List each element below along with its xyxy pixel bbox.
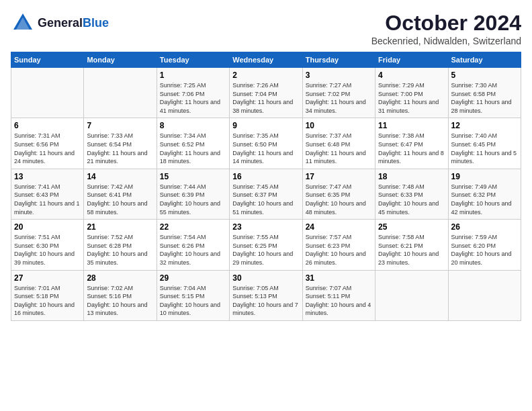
day-number: 7: [87, 121, 153, 130]
logo-text: General Blue: [38, 16, 109, 30]
day-number: 29: [160, 273, 226, 283]
calendar-day-cell: 19Sunrise: 7:49 AM Sunset: 6:32 PM Dayli…: [448, 169, 521, 219]
calendar-day-cell: [375, 270, 448, 320]
day-info: Sunrise: 7:59 AM Sunset: 6:20 PM Dayligh…: [451, 233, 518, 267]
day-number: 30: [232, 273, 299, 283]
day-info: Sunrise: 7:38 AM Sunset: 6:47 PM Dayligh…: [378, 132, 445, 165]
calendar-week-row: 20Sunrise: 7:51 AM Sunset: 6:30 PM Dayli…: [11, 220, 521, 270]
calendar-day-cell: 20Sunrise: 7:51 AM Sunset: 6:30 PM Dayli…: [11, 220, 84, 270]
day-info: Sunrise: 7:48 AM Sunset: 6:33 PM Dayligh…: [378, 183, 445, 216]
calendar-day-cell: 14Sunrise: 7:42 AM Sunset: 6:41 PM Dayli…: [84, 169, 157, 219]
calendar-day-cell: 28Sunrise: 7:02 AM Sunset: 5:16 PM Dayli…: [84, 270, 157, 320]
title-block: October 2024 Beckenried, Nidwalden, Swit…: [371, 11, 521, 46]
day-number: 10: [306, 121, 372, 130]
calendar-day-cell: 12Sunrise: 7:40 AM Sunset: 6:45 PM Dayli…: [448, 118, 521, 169]
calendar-day-cell: 11Sunrise: 7:38 AM Sunset: 6:47 PM Dayli…: [375, 118, 448, 169]
day-number: 21: [87, 222, 153, 232]
day-number: 18: [378, 172, 445, 181]
calendar-day-cell: 8Sunrise: 7:34 AM Sunset: 6:52 PM Daylig…: [157, 118, 229, 169]
day-info: Sunrise: 7:27 AM Sunset: 7:02 PM Dayligh…: [306, 81, 372, 115]
day-info: Sunrise: 7:31 AM Sunset: 6:56 PM Dayligh…: [14, 132, 81, 165]
day-info: Sunrise: 7:52 AM Sunset: 6:28 PM Dayligh…: [87, 233, 153, 267]
logo-icon: [11, 11, 35, 35]
calendar-day-cell: 16Sunrise: 7:45 AM Sunset: 6:37 PM Dayli…: [230, 169, 302, 219]
calendar-table: SundayMondayTuesdayWednesdayThursdayFrid…: [11, 52, 521, 321]
day-info: Sunrise: 7:33 AM Sunset: 6:54 PM Dayligh…: [87, 132, 153, 165]
day-info: Sunrise: 7:47 AM Sunset: 6:35 PM Dayligh…: [306, 183, 372, 216]
day-number: 9: [232, 121, 299, 130]
day-info: Sunrise: 7:42 AM Sunset: 6:41 PM Dayligh…: [87, 183, 153, 216]
day-number: 31: [306, 273, 372, 283]
day-info: Sunrise: 7:37 AM Sunset: 6:48 PM Dayligh…: [306, 132, 372, 165]
month-title: October 2024: [371, 11, 521, 36]
calendar-day-cell: 2Sunrise: 7:26 AM Sunset: 7:04 PM Daylig…: [230, 68, 302, 118]
day-number: 19: [451, 172, 518, 181]
calendar-day-cell: 18Sunrise: 7:48 AM Sunset: 6:33 PM Dayli…: [375, 169, 448, 219]
calendar-day-cell: 10Sunrise: 7:37 AM Sunset: 6:48 PM Dayli…: [302, 118, 375, 169]
day-number: 16: [232, 172, 299, 181]
weekday-header-cell: Friday: [375, 52, 448, 68]
calendar-day-cell: 4Sunrise: 7:29 AM Sunset: 7:00 PM Daylig…: [375, 68, 448, 118]
calendar-day-cell: 24Sunrise: 7:57 AM Sunset: 6:23 PM Dayli…: [302, 220, 375, 270]
calendar-day-cell: 23Sunrise: 7:55 AM Sunset: 6:25 PM Dayli…: [230, 220, 302, 270]
calendar-day-cell: 27Sunrise: 7:01 AM Sunset: 5:18 PM Dayli…: [11, 270, 84, 320]
day-number: 13: [14, 172, 81, 181]
day-info: Sunrise: 7:54 AM Sunset: 6:26 PM Dayligh…: [160, 233, 226, 267]
day-number: 28: [87, 273, 153, 283]
weekday-header-cell: Wednesday: [230, 52, 302, 68]
weekday-header-cell: Thursday: [302, 52, 375, 68]
day-info: Sunrise: 7:29 AM Sunset: 7:00 PM Dayligh…: [378, 81, 445, 115]
weekday-header-cell: Sunday: [11, 52, 84, 68]
day-info: Sunrise: 7:04 AM Sunset: 5:15 PM Dayligh…: [160, 284, 226, 318]
logo-general: General: [38, 16, 83, 30]
day-info: Sunrise: 7:40 AM Sunset: 6:45 PM Dayligh…: [451, 132, 518, 165]
day-info: Sunrise: 7:26 AM Sunset: 7:04 PM Dayligh…: [232, 81, 299, 115]
day-number: 27: [14, 273, 81, 283]
calendar-day-cell: 17Sunrise: 7:47 AM Sunset: 6:35 PM Dayli…: [302, 169, 375, 219]
day-info: Sunrise: 7:30 AM Sunset: 6:58 PM Dayligh…: [451, 81, 518, 115]
weekday-header-cell: Saturday: [448, 52, 521, 68]
day-info: Sunrise: 7:25 AM Sunset: 7:06 PM Dayligh…: [160, 81, 226, 115]
day-info: Sunrise: 7:07 AM Sunset: 5:11 PM Dayligh…: [306, 284, 372, 318]
day-number: 22: [160, 222, 226, 232]
day-number: 11: [378, 121, 445, 130]
day-number: 3: [306, 71, 372, 80]
day-number: 14: [87, 172, 153, 181]
calendar-week-row: 27Sunrise: 7:01 AM Sunset: 5:18 PM Dayli…: [11, 270, 521, 320]
calendar-week-row: 6Sunrise: 7:31 AM Sunset: 6:56 PM Daylig…: [11, 118, 521, 169]
calendar-day-cell: 21Sunrise: 7:52 AM Sunset: 6:28 PM Dayli…: [84, 220, 157, 270]
day-number: 25: [378, 222, 445, 232]
calendar-day-cell: 15Sunrise: 7:44 AM Sunset: 6:39 PM Dayli…: [157, 169, 229, 219]
calendar-day-cell: [84, 68, 157, 118]
location-title: Beckenried, Nidwalden, Switzerland: [371, 36, 521, 46]
day-number: 6: [14, 121, 81, 130]
day-info: Sunrise: 7:51 AM Sunset: 6:30 PM Dayligh…: [14, 233, 81, 267]
day-number: 17: [306, 172, 372, 181]
calendar-day-cell: 3Sunrise: 7:27 AM Sunset: 7:02 PM Daylig…: [302, 68, 375, 118]
calendar-day-cell: 25Sunrise: 7:58 AM Sunset: 6:21 PM Dayli…: [375, 220, 448, 270]
day-info: Sunrise: 7:35 AM Sunset: 6:50 PM Dayligh…: [232, 132, 299, 165]
day-info: Sunrise: 7:05 AM Sunset: 5:13 PM Dayligh…: [232, 284, 299, 318]
day-number: 12: [451, 121, 518, 130]
day-number: 8: [160, 121, 226, 130]
day-info: Sunrise: 7:44 AM Sunset: 6:39 PM Dayligh…: [160, 183, 226, 216]
day-info: Sunrise: 7:01 AM Sunset: 5:18 PM Dayligh…: [14, 284, 81, 318]
calendar-body: 1Sunrise: 7:25 AM Sunset: 7:06 PM Daylig…: [11, 68, 521, 321]
day-number: 15: [160, 172, 226, 181]
calendar-day-cell: 31Sunrise: 7:07 AM Sunset: 5:11 PM Dayli…: [302, 270, 375, 320]
day-info: Sunrise: 7:55 AM Sunset: 6:25 PM Dayligh…: [232, 233, 299, 267]
day-info: Sunrise: 7:49 AM Sunset: 6:32 PM Dayligh…: [451, 183, 518, 216]
weekday-header-row: SundayMondayTuesdayWednesdayThursdayFrid…: [11, 52, 521, 68]
day-number: 23: [232, 222, 299, 232]
calendar-day-cell: [448, 270, 521, 320]
weekday-header-cell: Monday: [84, 52, 157, 68]
calendar-day-cell: 22Sunrise: 7:54 AM Sunset: 6:26 PM Dayli…: [157, 220, 229, 270]
weekday-header-cell: Tuesday: [157, 52, 229, 68]
calendar-day-cell: 30Sunrise: 7:05 AM Sunset: 5:13 PM Dayli…: [230, 270, 302, 320]
calendar-day-cell: [11, 68, 84, 118]
calendar-week-row: 1Sunrise: 7:25 AM Sunset: 7:06 PM Daylig…: [11, 68, 521, 118]
logo: General Blue: [11, 11, 109, 35]
day-info: Sunrise: 7:41 AM Sunset: 6:43 PM Dayligh…: [14, 183, 81, 216]
day-info: Sunrise: 7:57 AM Sunset: 6:23 PM Dayligh…: [306, 233, 372, 267]
day-info: Sunrise: 7:58 AM Sunset: 6:21 PM Dayligh…: [378, 233, 445, 267]
